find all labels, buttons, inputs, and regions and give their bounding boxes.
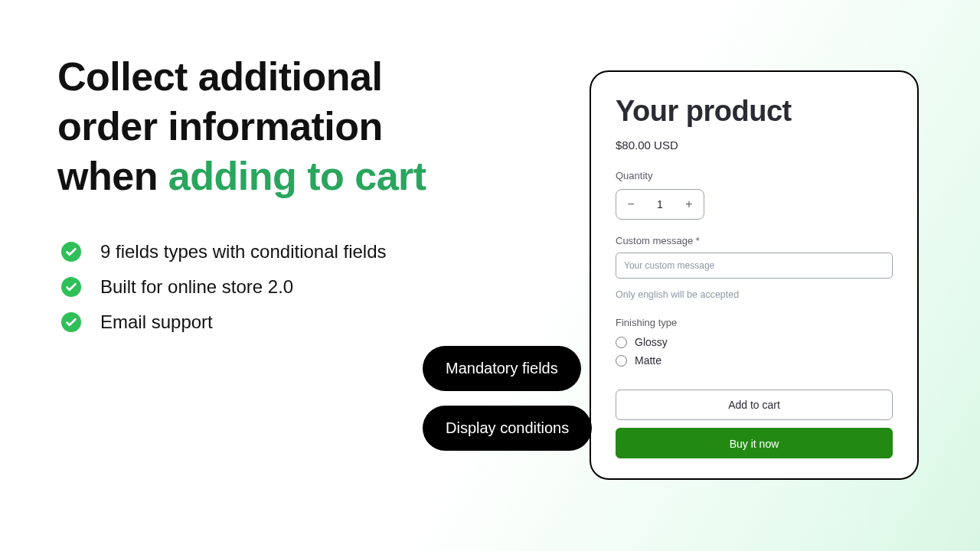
finishing-option-matte[interactable]: Matte [616,354,893,367]
quantity-stepper[interactable]: − 1 + [616,189,704,220]
check-icon [61,312,81,332]
radio-label: Glossy [635,336,668,348]
finishing-option-glossy[interactable]: Glossy [616,336,893,348]
radio-glossy[interactable] [616,337,627,348]
add-to-cart-button[interactable]: Add to cart [616,390,893,420]
finishing-type-group: Glossy Matte [616,336,893,367]
feature-item: Built for online store 2.0 [61,276,521,298]
radio-matte[interactable] [616,355,627,367]
quantity-increment-button[interactable]: + [675,190,704,219]
product-card: Your product $80.00 USD Quantity − 1 + C… [590,70,919,480]
finishing-type-label: Finishing type [616,317,893,328]
feature-label: Built for online store 2.0 [100,276,293,298]
product-price: $80.00 USD [616,139,893,152]
hero-line-3-prefix: when [57,154,168,198]
hero-title: Collect additional order information whe… [57,52,532,201]
mandatory-fields-pill: Mandatory fields [423,346,581,391]
feature-item: 9 fields types with conditional fields [61,241,521,262]
hero-line-1: Collect additional [57,54,382,99]
custom-message-label: Custom message * [616,235,893,246]
feature-label: 9 fields types with conditional fields [100,241,387,262]
radio-label: Matte [635,354,662,367]
product-title: Your product [616,95,893,128]
feature-item: Email support [61,311,521,333]
check-icon [61,242,81,262]
custom-message-helper: Only english will be accepted [616,289,893,300]
display-conditions-pill: Display conditions [423,406,592,451]
quantity-decrement-button[interactable]: − [616,190,645,219]
hero-line-3-accent: adding to cart [168,154,426,198]
hero-headline: Collect additional order information whe… [57,52,532,201]
quantity-label: Quantity [616,170,893,181]
custom-message-input[interactable] [616,253,893,279]
check-icon [61,277,81,297]
quantity-value: 1 [645,198,675,210]
buy-now-button[interactable]: Buy it now [616,428,893,458]
feature-list: 9 fields types with conditional fields B… [61,241,521,347]
hero-line-2: order information [57,104,383,148]
feature-label: Email support [100,311,213,333]
